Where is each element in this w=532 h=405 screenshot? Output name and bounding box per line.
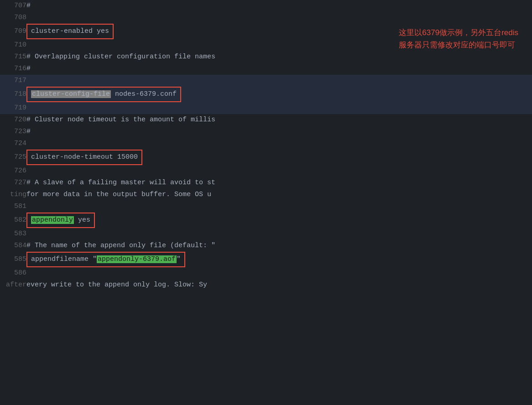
line-content: # — [26, 0, 532, 12]
line-content: appendonly yes — [26, 213, 532, 228]
line-content: # The name of the append only file (defa… — [26, 240, 532, 252]
line-content: cluster-node-timeout 15000 — [26, 150, 532, 165]
line-content: # Overlapping cluster configuration file… — [26, 51, 532, 63]
line-content: # — [26, 63, 532, 75]
line-number: 586 — [0, 267, 26, 279]
line-number: 708 — [0, 12, 26, 24]
line-number: 581 — [0, 201, 26, 213]
line-content — [26, 138, 532, 150]
line-content: # Cluster node timeout is the amount of … — [26, 114, 532, 126]
table-row: 719 — [0, 102, 532, 114]
line-number: 723 — [0, 126, 26, 138]
line-number: 582 — [0, 213, 26, 228]
line-content: every write to the append only log. Slow… — [26, 279, 532, 291]
table-row: 720 # Cluster node timeout is the amount… — [0, 114, 532, 126]
annotation-box: 这里以6379做示例，另外五台redis 服务器只需修改对应的端口号即可 — [399, 26, 518, 51]
line-number: 709 — [0, 24, 26, 39]
highlight-green-appendfilename: appendonly-6379.aof — [97, 255, 177, 263]
line-content: for more data in the output buffer. Some… — [26, 189, 532, 201]
line-number: 727 — [0, 177, 26, 189]
table-row: 586 — [0, 267, 532, 279]
line-number: 719 — [0, 102, 26, 114]
table-row: 723 # — [0, 126, 532, 138]
redbox-cluster-timeout: cluster-node-timeout 15000 — [26, 150, 142, 165]
line-content: # A slave of a failing master will avoid… — [26, 177, 532, 189]
line-content — [26, 201, 532, 213]
line-number: 725 — [0, 150, 26, 165]
line-number: 715 — [0, 51, 26, 63]
line-number: 583 — [0, 228, 26, 240]
table-row: 584 # The name of the append only file (… — [0, 240, 532, 252]
line-content: cluster-config-file nodes-6379.conf — [26, 87, 532, 102]
line-content — [26, 165, 532, 177]
line-content — [26, 102, 532, 114]
line-content: appendfilename "appendonly-6379.aof" — [26, 252, 532, 267]
line-number: 716 — [0, 63, 26, 75]
line-content — [26, 228, 532, 240]
line-number: 724 — [0, 138, 26, 150]
table-row: 583 — [0, 228, 532, 240]
line-number: 720 — [0, 114, 26, 126]
line-content — [26, 12, 532, 24]
table-row: after every write to the append only log… — [0, 279, 532, 291]
table-row: 585 appendfilename "appendonly-6379.aof" — [0, 252, 532, 267]
line-number: 584 — [0, 240, 26, 252]
line-number: 710 — [0, 39, 26, 51]
table-row: 724 — [0, 138, 532, 150]
line-number: 718 — [0, 87, 26, 102]
line-content — [26, 267, 532, 279]
line-number: ting — [0, 189, 26, 201]
line-number: after — [0, 279, 26, 291]
table-row: ting for more data in the output buffer.… — [0, 189, 532, 201]
line-number: 585 — [0, 252, 26, 267]
line-content — [26, 75, 532, 87]
table-row: 725 cluster-node-timeout 15000 — [0, 150, 532, 165]
line-content: # — [26, 126, 532, 138]
table-row: 707 # — [0, 0, 532, 12]
highlight-green-appendonly: appendonly — [31, 216, 74, 224]
line-number: 707 — [0, 0, 26, 12]
table-row: 718 cluster-config-file nodes-6379.conf — [0, 87, 532, 102]
table-row: 716 # — [0, 63, 532, 75]
highlight-gray-text: cluster-config-file — [31, 90, 111, 98]
table-row: 715 # Overlapping cluster configuration … — [0, 51, 532, 63]
table-row: 717 — [0, 75, 532, 87]
table-row: 582 appendonly yes — [0, 213, 532, 228]
table-row: 581 — [0, 201, 532, 213]
code-editor: 这里以6379做示例，另外五台redis 服务器只需修改对应的端口号即可 707… — [0, 0, 532, 405]
table-row: 726 — [0, 165, 532, 177]
redbox-cluster-enabled: cluster-enabled yes — [26, 24, 114, 39]
table-row: 727 # A slave of a failing master will a… — [0, 177, 532, 189]
line-number: 726 — [0, 165, 26, 177]
line-number: 717 — [0, 75, 26, 87]
table-row: 708 — [0, 12, 532, 24]
